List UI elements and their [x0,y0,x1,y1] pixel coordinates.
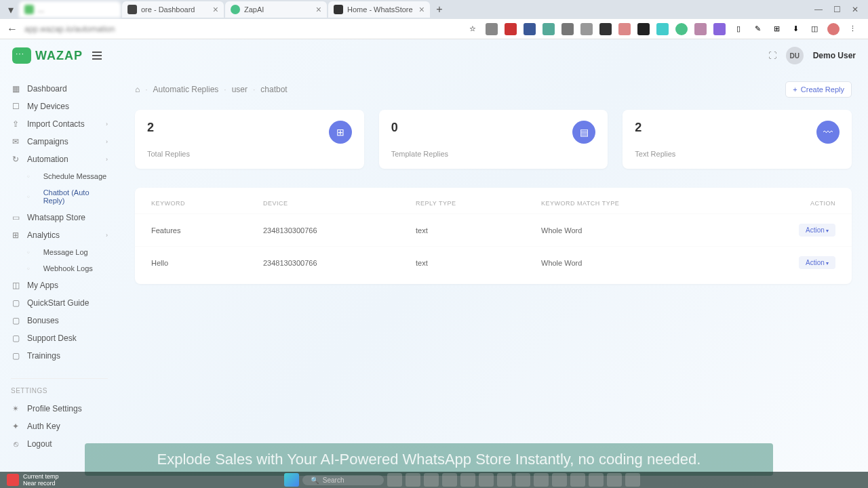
sidebar-item-message-log[interactable]: Message Log [7,244,112,260]
sidepanel-icon[interactable]: ◫ [808,23,821,35]
sidebar-item-devices[interactable]: ☐My Devices [7,98,112,115]
sidebar-item-dashboard[interactable]: ▦Dashboard [7,80,112,98]
taskbar-search[interactable]: 🔍Search [302,475,384,485]
chevron-right-icon: › [106,121,108,127]
row-action-button[interactable]: Action [799,256,835,269]
ext-icon[interactable] [561,23,574,35]
close-window-icon[interactable]: ✕ [852,5,859,14]
menu-icon[interactable]: ⋮ [846,23,859,35]
expand-icon[interactable]: ⛶ [768,51,776,60]
download-icon[interactable]: ⬇ [789,23,802,35]
close-icon[interactable]: × [213,4,218,15]
extensions-icon[interactable]: ⊞ [770,23,783,35]
ext-icon[interactable] [580,23,593,35]
sidebar-item-analytics[interactable]: ⊞Analytics› [7,226,112,244]
profile-icon[interactable] [827,23,840,35]
ext-icon[interactable] [694,23,707,35]
favicon-icon [231,5,240,14]
ext-icon[interactable] [618,23,631,35]
taskbar-app-icon[interactable] [442,473,457,487]
sidebar-item-label: Analytics [27,230,60,240]
table-row: Features 2348130300766 text Whole Word A… [135,214,852,246]
ext-icon[interactable] [656,23,669,35]
breadcrumb-item[interactable]: user [232,85,248,94]
sidebar-item-chatbot[interactable]: Chatbot (Auto Reply) [7,184,112,209]
ext-icon[interactable] [542,23,555,35]
ext-icon[interactable] [599,23,612,35]
maximize-icon[interactable]: ☐ [833,5,841,14]
taskbar-app-icon[interactable] [552,473,567,487]
taskbar-app-icon[interactable] [460,473,475,487]
ext-icon[interactable] [505,23,517,35]
sidebar-item-trainings[interactable]: ▢Trainings [7,347,112,365]
ext-icon[interactable] [713,23,726,35]
close-icon[interactable]: × [419,4,425,15]
taskbar-app-icon[interactable] [607,473,622,487]
settings-heading: SETTINGS [11,378,108,394]
taskbar-app-icon[interactable] [625,473,640,487]
app-header: WAZAP ⛶ DU Demo User [0,39,868,72]
breadcrumb-item[interactable]: chatbot [260,85,287,94]
sidebar-item-automation[interactable]: ↻Automation› [7,150,112,168]
sidebar-item-support[interactable]: ▢Support Desk [7,329,112,347]
browser-tab[interactable]: Home - WhatsStore × [328,1,430,18]
taskbar-app-icon[interactable] [534,473,549,487]
taskbar-app-icon[interactable] [387,473,402,487]
sidebar-item-label: Support Desk [27,333,77,343]
browser-tab[interactable]: ZapAI × [225,1,327,18]
taskbar-app-icon[interactable] [589,473,604,487]
create-reply-button[interactable]: +Create Reply [785,81,852,98]
logo[interactable]: WAZAP [12,47,83,64]
ext-icon[interactable] [524,23,536,35]
sidebar-item-profile-settings[interactable]: ✴Profile Settings [7,400,112,418]
start-icon[interactable] [284,473,299,487]
ext-icon[interactable]: ▯ [732,23,745,35]
gear-icon: ✴ [11,404,20,413]
sidebar-item-label: Message Log [43,248,88,256]
sidebar-item-campaigns[interactable]: ✉Campaigns› [7,133,112,150]
menu-toggle-icon[interactable] [92,52,102,60]
robot-icon: ⊞ [329,121,352,144]
browser-tab[interactable]: ... [19,1,121,18]
chevron-right-icon: › [106,138,108,145]
sidebar-item-import-contacts[interactable]: ⇪Import Contacts› [7,115,112,133]
stat-label: Total Replies [147,150,190,158]
taskbar-app-icon[interactable] [424,473,439,487]
minimize-icon[interactable]: — [814,5,823,14]
document-icon: ▤ [572,121,595,144]
breadcrumb-item[interactable]: Automatic Replies [153,85,219,94]
browser-tab[interactable]: ore - Dashboard × [122,1,224,18]
sidebar-item-label: Campaigns [27,137,68,146]
sidebar-item-bonuses[interactable]: ▢Bonuses [7,312,112,329]
sidebar-item-auth-key[interactable]: ✦Auth Key [7,418,112,435]
avatar[interactable]: DU [786,47,804,64]
back-button[interactable]: ← [5,22,19,36]
taskbar-weather[interactable]: Current temp Near record [7,473,59,487]
taskbar-app-icon[interactable] [570,473,585,487]
home-icon[interactable]: ⌂ [135,85,140,94]
taskbar-app-icon[interactable] [479,473,494,487]
table-row: Hello 2348130300766 text Whole Word Acti… [135,246,852,279]
sidebar-item-my-apps[interactable]: ◫My Apps [7,277,112,294]
row-action-button[interactable]: Action [799,224,835,237]
sidebar-item-schedule-message[interactable]: Schedule Message [7,168,112,184]
star-icon[interactable]: ☆ [467,23,479,35]
taskbar-app-icon[interactable] [406,473,420,487]
ext-icon[interactable]: ✎ [751,23,764,35]
sidebar-item-whatsapp-store[interactable]: ▭Whatsapp Store [7,209,112,226]
sidebar-item-quickstart[interactable]: ▢QuickStart Guide [7,294,112,312]
tab-dropdown-icon[interactable]: ▾ [3,3,19,16]
taskbar-app-icon[interactable] [515,473,530,487]
close-icon[interactable]: × [316,4,321,15]
sidebar-item-label: Logout [27,439,52,449]
ext-icon[interactable] [486,23,498,35]
search-placeholder: Search [323,476,344,484]
sidebar-item-label: My Devices [27,102,69,111]
ext-icon[interactable] [675,23,688,35]
logo-icon [12,47,31,64]
url-input[interactable]: app.wazap.io/automation [24,24,160,34]
sidebar-item-webhook-logs[interactable]: Webhook Logs [7,260,112,277]
new-tab-button[interactable]: + [431,3,448,16]
taskbar-app-icon[interactable] [497,473,512,487]
ext-icon[interactable] [637,23,650,35]
